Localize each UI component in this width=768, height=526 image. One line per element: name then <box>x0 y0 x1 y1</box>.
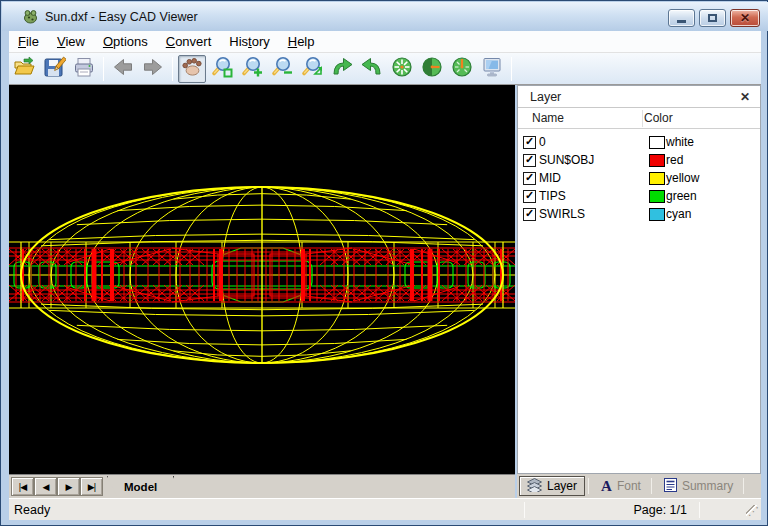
close-icon: ✕ <box>740 12 750 24</box>
layer-panel-titlebar: Layer ✕ <box>518 86 760 108</box>
menu-item-options[interactable]: Options <box>94 32 157 51</box>
fullscreen-button[interactable] <box>478 55 506 83</box>
layer-checkbox[interactable]: ✓ <box>523 208 536 221</box>
layer-name: TIPS <box>539 189 645 203</box>
check-icon: ✓ <box>525 172 534 183</box>
sheet-nav-group: |◀◀▶▶| <box>11 477 103 496</box>
sheet-nav-next-page-button[interactable]: ▶ <box>57 477 80 496</box>
color-swatch <box>649 154 665 167</box>
sheet-bar: |◀◀▶▶| Model <box>9 474 515 498</box>
menu-item-convert[interactable]: Convert <box>157 32 221 51</box>
column-header-color[interactable]: Color <box>644 111 673 125</box>
pan-button[interactable] <box>178 55 206 83</box>
summary-icon <box>664 478 682 495</box>
toolbar-separator <box>511 57 512 81</box>
print-button[interactable] <box>70 55 98 83</box>
layer-name: MID <box>539 171 645 185</box>
forward-button[interactable] <box>139 55 167 83</box>
sheet-nav-previous-page-button[interactable]: ◀ <box>34 477 57 496</box>
zoom-dynamic-button[interactable] <box>298 55 326 83</box>
render-hand-right-icon <box>420 55 444 83</box>
open-icon <box>12 55 36 83</box>
panel-tab-separator <box>651 478 652 494</box>
save-button[interactable] <box>40 55 68 83</box>
resize-grip[interactable] <box>746 505 759 518</box>
window-title: Sun.dxf - Easy CAD Viewer <box>45 10 198 24</box>
back-button[interactable] <box>109 55 137 83</box>
color-name: red <box>666 153 683 167</box>
check-icon: ✓ <box>525 136 534 147</box>
color-swatch <box>649 190 665 203</box>
layer-checkbox[interactable]: ✓ <box>523 190 536 203</box>
render-hand-right-button[interactable] <box>418 55 446 83</box>
layer-row[interactable]: ✓SUN$OBJred <box>518 151 760 169</box>
layer-row[interactable]: ✓0white <box>518 133 760 151</box>
maximize-button[interactable] <box>699 9 726 27</box>
menu-item-file[interactable]: File <box>9 32 48 51</box>
zoom-window-button[interactable] <box>208 55 236 83</box>
layer-checkbox[interactable]: ✓ <box>523 136 536 149</box>
menu-item-help[interactable]: Help <box>279 32 324 51</box>
zoom-in-icon <box>240 55 264 83</box>
toolbar-separator <box>172 57 173 81</box>
color-name: yellow <box>666 171 699 185</box>
layer-checkbox[interactable]: ✓ <box>523 172 536 185</box>
minimize-button[interactable] <box>668 9 695 27</box>
menu-item-view[interactable]: View <box>48 32 94 51</box>
zoom-window-icon <box>210 55 234 83</box>
status-end-pane <box>700 499 746 520</box>
layer-name: 0 <box>539 135 645 149</box>
layer-row[interactable]: ✓TIPSgreen <box>518 187 760 205</box>
column-header-name[interactable]: Name <box>532 111 644 125</box>
back-icon <box>111 55 135 83</box>
save-icon <box>42 55 66 83</box>
check-icon: ✓ <box>525 190 534 201</box>
layer-row[interactable]: ✓MIDyellow <box>518 169 760 187</box>
panel-tab-summary[interactable]: Summary <box>657 476 740 496</box>
minimize-icon <box>677 20 686 23</box>
toolbar <box>9 53 761 85</box>
status-page-pane: Page: 1/1 <box>525 499 699 520</box>
maximize-icon <box>708 14 717 22</box>
layer-name: SWIRLS <box>539 207 645 221</box>
panel-tab-label: Font <box>617 479 641 493</box>
view-redo-button[interactable] <box>328 55 356 83</box>
zoom-out-button[interactable] <box>268 55 296 83</box>
panel-tab-separator <box>743 478 744 494</box>
render-hand-up-button[interactable] <box>448 55 476 83</box>
menu-item-history[interactable]: History <box>220 32 278 51</box>
color-name: white <box>666 135 694 149</box>
toolbar-separator <box>103 57 104 81</box>
app-icon <box>22 8 39 25</box>
view-undo-button[interactable] <box>358 55 386 83</box>
drawing-canvas[interactable] <box>9 85 515 474</box>
render-burst-button[interactable] <box>388 55 416 83</box>
title-bar[interactable]: Sun.dxf - Easy CAD Viewer ✕ <box>2 2 768 31</box>
layer-checkbox[interactable]: ✓ <box>523 154 536 167</box>
view-undo-icon <box>360 55 384 83</box>
tab-model[interactable]: Model <box>107 476 174 497</box>
panel-tab-layer[interactable]: Layer <box>519 476 585 496</box>
panel-tab-bar: LayerAFontSummary <box>517 474 761 498</box>
sheet-nav-last-page-button[interactable]: ▶| <box>80 477 103 496</box>
sheet-nav-first-page-button[interactable]: |◀ <box>11 477 34 496</box>
status-bar: Ready Page: 1/1 <box>9 498 761 520</box>
check-icon: ✓ <box>525 208 534 219</box>
close-button[interactable]: ✕ <box>730 9 760 27</box>
panel-tab-label: Layer <box>547 479 577 493</box>
layer-row[interactable]: ✓SWIRLScyan <box>518 205 760 223</box>
panel-tab-font[interactable]: AFont <box>594 476 648 496</box>
open-button[interactable] <box>10 55 38 83</box>
panel-tab-label: Summary <box>682 479 733 493</box>
zoom-dynamic-icon <box>300 55 324 83</box>
color-name: cyan <box>666 207 691 221</box>
layer-name: SUN$OBJ <box>539 153 645 167</box>
color-name: green <box>666 189 697 203</box>
menu-bar: FileViewOptionsConvertHistoryHelp <box>9 31 761 53</box>
layer-panel-close-icon[interactable]: ✕ <box>736 89 754 105</box>
print-icon <box>72 55 96 83</box>
zoom-in-button[interactable] <box>238 55 266 83</box>
color-swatch <box>649 172 665 185</box>
render-hand-up-icon <box>450 55 474 83</box>
layer-panel: Layer ✕ Name Color ✓0white✓SUN$OBJred✓MI… <box>517 85 761 474</box>
